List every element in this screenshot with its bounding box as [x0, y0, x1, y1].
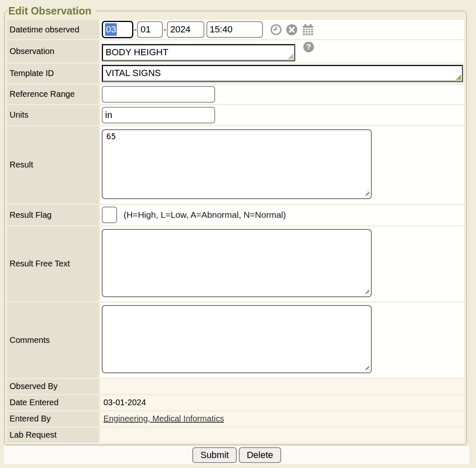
svg-text:?: ? — [307, 42, 312, 51]
row-result: Result 65 — [7, 126, 464, 204]
lab-request-label: Lab Request — [7, 428, 99, 443]
result-label: Result — [7, 126, 99, 204]
units-label: Units — [7, 105, 99, 125]
row-comments: Comments — [7, 303, 464, 378]
template-id-input[interactable] — [102, 65, 463, 82]
datetime-observed-label: Datetime observed — [7, 20, 99, 39]
row-lab-request: Lab Request — [7, 428, 464, 443]
reference-range-label: Reference Range — [7, 85, 99, 104]
row-date-entered: Date Entered 03-01-2024 — [7, 395, 464, 410]
delete-button[interactable]: Delete — [239, 447, 281, 463]
datetime-month-input[interactable]: 03 — [102, 21, 133, 38]
selected-month-text: 03 — [105, 23, 117, 36]
comments-textarea[interactable] — [102, 305, 372, 373]
date-separator: - — [163, 24, 166, 35]
result-free-text-textarea[interactable] — [102, 229, 372, 297]
result-flag-label: Result Flag — [7, 205, 99, 225]
result-textarea[interactable]: 65 — [102, 129, 372, 199]
row-reference-range: Reference Range — [7, 85, 464, 104]
row-datetime-observed: Datetime observed 03 - - — [7, 20, 464, 39]
edit-observation-form: Edit Observation Datetime observed 03 - … — [4, 5, 467, 445]
resize-corner-icon — [288, 54, 293, 59]
clock-icon[interactable] — [270, 24, 282, 36]
units-input[interactable] — [102, 107, 215, 123]
entered-by-label: Entered By — [7, 411, 99, 426]
row-result-flag: Result Flag (H=High, L=Low, A=Abnormal, … — [7, 205, 464, 225]
row-entered-by: Entered By Engineering, Medical Informat… — [7, 411, 464, 426]
x-circle-icon[interactable] — [286, 24, 298, 36]
date-entered-value: 03-01-2024 — [100, 395, 464, 410]
observation-fields-table: Datetime observed 03 - - — [6, 19, 465, 444]
form-title: Edit Observation — [7, 5, 96, 17]
row-units: Units — [7, 105, 464, 125]
reference-range-input[interactable] — [102, 86, 215, 103]
result-flag-input[interactable] — [102, 207, 117, 223]
date-entered-label: Date Entered — [7, 395, 99, 410]
entered-by-link[interactable]: Engineering, Medical Informatics — [103, 414, 224, 423]
submit-button[interactable]: Submit — [192, 447, 236, 463]
row-result-free-text: Result Free Text — [7, 227, 464, 301]
comments-label: Comments — [7, 303, 99, 378]
datetime-day-input[interactable] — [137, 21, 163, 38]
result-free-text-label: Result Free Text — [7, 227, 99, 301]
row-observed-by: Observed By — [7, 379, 464, 394]
resize-corner-icon — [456, 74, 461, 80]
calendar-icon[interactable] — [302, 23, 314, 36]
date-separator: - — [134, 24, 137, 35]
datetime-year-input[interactable] — [167, 21, 204, 38]
observation-input[interactable] — [102, 44, 295, 62]
form-actions: Submit Delete — [4, 446, 469, 464]
lab-request-value — [100, 428, 464, 443]
row-template-id: Template ID — [7, 64, 464, 84]
observed-by-value — [100, 379, 464, 394]
result-flag-hint: (H=High, L=Low, A=Abnormal, N=Normal) — [123, 210, 286, 219]
row-observation: Observation ? — [7, 40, 464, 62]
template-id-label: Template ID — [7, 64, 99, 84]
question-mark-icon[interactable]: ? — [303, 41, 314, 53]
observation-label: Observation — [7, 40, 99, 62]
datetime-time-input[interactable] — [206, 21, 263, 38]
observed-by-label: Observed By — [7, 379, 99, 394]
